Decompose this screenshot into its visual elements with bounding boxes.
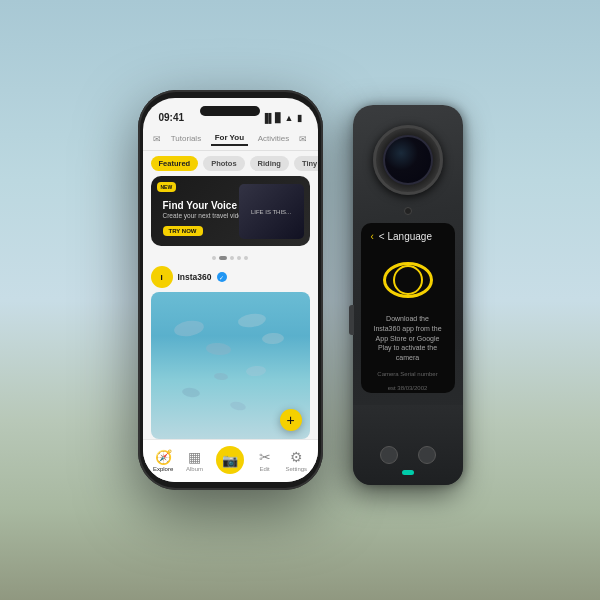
status-icons: ▐▌▊ ▲ ▮ — [262, 113, 302, 123]
camera-icon: 📷 — [222, 453, 238, 468]
cam-button-left[interactable] — [380, 446, 398, 464]
envelope-icon: ✉ — [299, 134, 307, 144]
settings-icon: ⚙ — [288, 449, 304, 465]
banner-image: LIFE IS THIS... — [239, 184, 304, 239]
fish-2 — [206, 342, 232, 356]
fish-4 — [182, 386, 201, 397]
bottom-nav: 🧭 Explore ▦ Album 📷 ✂ Edit ⚙ — [143, 439, 318, 482]
banner-tag: NEW — [157, 182, 177, 192]
nav-album[interactable]: ▦ Album — [186, 449, 203, 472]
wifi-icon: ▲ — [285, 113, 294, 123]
cam-teal-indicator — [402, 470, 414, 475]
dot-2 — [219, 256, 227, 260]
verified-icon: ✓ — [217, 272, 227, 282]
battery-icon: ▮ — [297, 113, 302, 123]
dot-3 — [230, 256, 234, 260]
cam-serial-value: est 38/03/2002 — [361, 385, 455, 391]
cam-app-icon — [383, 262, 433, 298]
post-image[interactable]: + — [151, 292, 310, 439]
lens-inner — [383, 135, 433, 185]
fish-8 — [214, 372, 229, 380]
post-item: I Insta360 ✓ — [151, 262, 310, 439]
cam-button-right[interactable] — [418, 446, 436, 464]
fish-7 — [237, 312, 267, 329]
fab-button[interactable]: + — [280, 409, 302, 431]
tab-for-you[interactable]: For You — [211, 131, 248, 146]
dot-1 — [212, 256, 216, 260]
signal-icon: ▐▌▊ — [262, 113, 282, 123]
nav-edit[interactable]: ✂ Edit — [257, 449, 273, 472]
tab-tutorials[interactable]: Tutorials — [167, 132, 205, 145]
status-time: 09:41 — [159, 112, 185, 123]
nav-tabs: ✉ Tutorials For You Activities ✉ — [143, 127, 318, 151]
fish-1 — [173, 319, 205, 339]
nav-edit-label: Edit — [259, 466, 269, 472]
dot-4 — [237, 256, 241, 260]
post-author: Insta360 — [178, 272, 212, 282]
pill-featured[interactable]: Featured — [151, 156, 199, 171]
camera-screen: ‹ < Language Download the Insta360 app f… — [361, 223, 455, 393]
phone-device: 09:41 ▐▌▊ ▲ ▮ ✉ Tutorials For You Activi… — [138, 90, 323, 490]
camera-body: ‹ < Language Download the Insta360 app f… — [353, 105, 463, 485]
camera-buttons — [380, 446, 436, 464]
nav-camera[interactable]: 📷 — [216, 446, 244, 474]
mail-icon: ✉ — [153, 134, 161, 144]
cam-icon-ring — [393, 265, 423, 295]
banner-image-text: LIFE IS THIS... — [251, 209, 291, 215]
camera-nav-icon: 📷 — [216, 446, 244, 474]
front-sensor — [404, 207, 412, 215]
edit-icon: ✂ — [257, 449, 273, 465]
cam-description: Download the Insta360 app from the App S… — [361, 314, 455, 363]
fish-5 — [262, 333, 285, 345]
scene-container: 09:41 ▐▌▊ ▲ ▮ ✉ Tutorials For You Activi… — [0, 0, 600, 600]
fish-6 — [229, 401, 246, 412]
nav-explore[interactable]: 🧭 Explore — [153, 449, 173, 472]
pill-tiny-plan[interactable]: Tiny Plan... — [294, 156, 318, 171]
main-lens — [373, 125, 443, 195]
album-icon: ▦ — [187, 449, 203, 465]
pill-photos[interactable]: Photos — [203, 156, 244, 171]
back-arrow-icon[interactable]: ‹ — [371, 231, 374, 242]
banner-dots — [143, 256, 318, 260]
nav-settings-label: Settings — [285, 466, 307, 472]
cam-screen-title: < Language — [379, 231, 432, 242]
dynamic-island — [200, 106, 260, 116]
cam-serial-label: Camera Serial number — [361, 371, 455, 377]
nav-settings[interactable]: ⚙ Settings — [285, 449, 307, 472]
nav-explore-label: Explore — [153, 466, 173, 472]
pill-riding[interactable]: Riding — [250, 156, 289, 171]
phone-screen: 09:41 ▐▌▊ ▲ ▮ ✉ Tutorials For You Activi… — [143, 98, 318, 482]
fish-3 — [245, 365, 266, 377]
camera-side-button[interactable] — [349, 305, 354, 335]
promo-banner[interactable]: NEW Find Your Voice Create your next tra… — [151, 176, 310, 246]
avatar: I — [151, 266, 173, 288]
explore-icon: 🧭 — [155, 449, 171, 465]
camera-device: ‹ < Language Download the Insta360 app f… — [353, 105, 463, 485]
cam-screen-header: ‹ < Language — [361, 223, 455, 246]
post-header: I Insta360 ✓ — [151, 262, 310, 292]
tab-activities[interactable]: Activities — [254, 132, 294, 145]
dot-5 — [244, 256, 248, 260]
try-now-button[interactable]: TRY NOW — [163, 226, 203, 236]
filter-pills: Featured Photos Riding Tiny Plan... ☰ — [143, 151, 318, 176]
nav-album-label: Album — [186, 466, 203, 472]
camera-bottom — [353, 405, 463, 485]
